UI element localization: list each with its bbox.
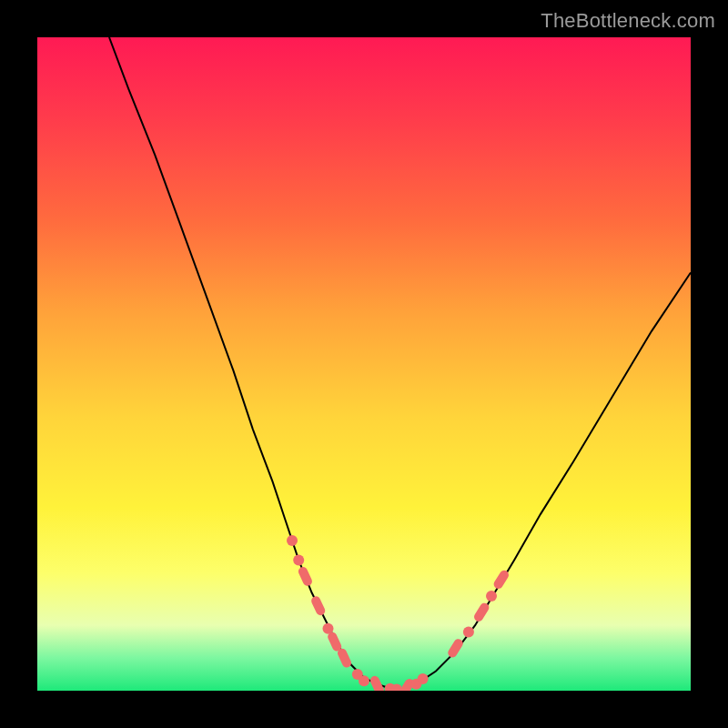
curve-marker-pill bbox=[336, 647, 352, 669]
curve-marker-pill bbox=[310, 595, 327, 617]
curve-marker-dot bbox=[463, 626, 474, 637]
curve-markers bbox=[287, 535, 511, 691]
plot-area bbox=[37, 37, 691, 691]
chart-stage: TheBottleneck.com bbox=[0, 0, 728, 728]
left-curve bbox=[109, 37, 397, 691]
curve-marker-dot bbox=[418, 673, 429, 684]
right-curve bbox=[397, 273, 691, 692]
curve-marker-pill bbox=[297, 565, 313, 587]
curve-marker-dot bbox=[359, 675, 369, 686]
curve-marker-pill bbox=[369, 674, 385, 691]
curve-marker-dot bbox=[486, 591, 497, 602]
curve-marker-pill bbox=[446, 637, 464, 659]
curve-layer bbox=[37, 37, 691, 691]
watermark-text: TheBottleneck.com bbox=[541, 9, 715, 33]
curve-marker-dot bbox=[287, 535, 298, 546]
curve-marker-dot bbox=[293, 554, 304, 565]
